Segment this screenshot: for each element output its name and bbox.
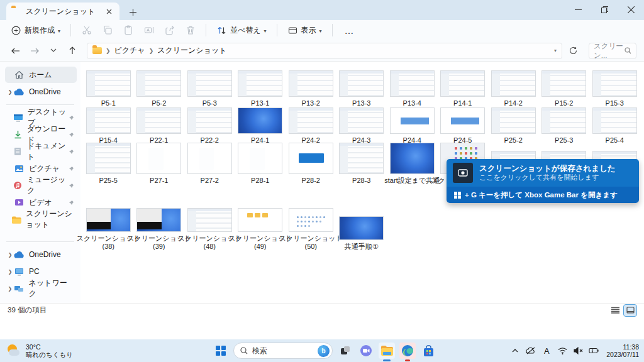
file-item[interactable]: P25-3: [539, 107, 590, 145]
breadcrumb-pictures[interactable]: ピクチャ: [114, 45, 145, 56]
taskbar-clock[interactable]: 11:38 2023/07/11: [602, 343, 639, 359]
file-item[interactable]: 共通手順①: [336, 208, 387, 250]
file-item[interactable]: P14-2: [488, 70, 539, 107]
sidebar-item-ドキュメント[interactable]: ドキュメント: [5, 143, 77, 160]
file-item[interactable]: P15-2: [539, 70, 590, 107]
sidebar-item-ネットワーク[interactable]: ❯ネットワーク: [5, 280, 77, 297]
file-item[interactable]: スクリーンショット(38): [83, 208, 134, 250]
forward-button[interactable]: [26, 43, 43, 59]
file-item[interactable]: P13-1: [235, 70, 286, 107]
back-button[interactable]: [8, 43, 24, 59]
file-item[interactable]: P25-2: [488, 107, 539, 145]
up-button[interactable]: [64, 43, 80, 59]
file-item[interactable]: P25-5: [83, 143, 134, 185]
sidebar-item-label: OneDrive: [29, 87, 61, 96]
new-tab-button[interactable]: [125, 4, 141, 20]
file-item[interactable]: P24-1: [235, 107, 286, 145]
battery-icon[interactable]: [587, 343, 601, 358]
delete-button[interactable]: [180, 23, 200, 38]
view-button[interactable]: 表示 ▾: [283, 23, 326, 38]
file-item[interactable]: P22-2: [184, 107, 235, 145]
expand-chevron-icon[interactable]: ❯: [6, 89, 14, 95]
file-thumbnail: [339, 143, 384, 174]
hidden-icons-chevron[interactable]: [508, 343, 522, 358]
sidebar-item-スクリーンショット[interactable]: スクリーンショット: [5, 211, 77, 228]
file-item[interactable]: P28-1: [235, 143, 286, 185]
file-item[interactable]: スクリーンショット(50): [286, 208, 336, 250]
taskbar: 30°C 晴れのちくもり 検索 b: [0, 339, 644, 362]
copy-button[interactable]: [97, 23, 117, 38]
breadcrumb-screenshots[interactable]: スクリーンショット: [157, 45, 226, 56]
sidebar-item-label: PC: [29, 267, 40, 276]
file-item[interactable]: スクリーンショット(48): [184, 208, 235, 250]
tab-close-icon[interactable]: [103, 6, 114, 17]
file-item[interactable]: P24-5: [438, 107, 489, 145]
sidebar-item-label: OneDrive: [29, 250, 61, 259]
file-item[interactable]: P5-1: [83, 70, 134, 107]
breadcrumb[interactable]: ❯ ピクチャ ❯ スクリーンショット ▾: [87, 43, 562, 59]
cut-button[interactable]: [77, 23, 96, 38]
wifi-icon[interactable]: [555, 343, 569, 358]
close-button[interactable]: [618, 0, 644, 19]
file-item[interactable]: P24-4: [387, 107, 438, 145]
file-item[interactable]: P13-2: [286, 70, 336, 107]
explorer-tab[interactable]: スクリーンショット: [6, 3, 119, 20]
sort-button[interactable]: 並べ替え ▾: [212, 23, 271, 38]
file-item[interactable]: P22-1: [134, 107, 185, 145]
rename-button[interactable]: [139, 23, 158, 38]
store-button[interactable]: [420, 343, 436, 359]
file-item[interactable]: スクリーンショット(49): [235, 208, 286, 250]
sidebar-item-OneDrive[interactable]: ❯OneDrive: [5, 84, 77, 100]
expand-chevron-icon[interactable]: ❯: [6, 252, 14, 258]
gamebar-toast[interactable]: スクリーンショットが保存されました ここをクリックして共有を開始します + G …: [447, 159, 639, 203]
edge-button[interactable]: [399, 343, 416, 359]
chat-button[interactable]: [358, 343, 374, 359]
sidebar-item-OneDrive[interactable]: ❯OneDrive: [5, 246, 77, 263]
file-label: P15-3: [606, 99, 624, 107]
expand-chevron-icon[interactable]: ❯: [6, 286, 14, 292]
toast-footer[interactable]: + G キーを押して Xbox Game Bar を開きます: [447, 187, 639, 203]
minimize-button[interactable]: [565, 0, 591, 19]
paste-button[interactable]: [118, 23, 138, 38]
address-dropdown-icon[interactable]: ▾: [554, 48, 557, 53]
restore-button[interactable]: [591, 0, 618, 19]
file-item[interactable]: P15-3: [589, 70, 640, 107]
file-item[interactable]: P27-1: [134, 143, 185, 185]
file-item[interactable]: P28-3: [336, 143, 387, 185]
sidebar-item-ミュージック[interactable]: ミュージック: [5, 177, 77, 194]
file-item[interactable]: P24-3: [336, 107, 387, 145]
file-item[interactable]: P5-2: [134, 70, 185, 107]
refresh-button[interactable]: [565, 43, 581, 59]
ime-mode-a[interactable]: A: [540, 343, 553, 358]
file-item[interactable]: P15-4: [83, 107, 134, 145]
file-item[interactable]: P14-1: [438, 70, 489, 107]
onedrive-paused-icon[interactable]: [524, 343, 538, 358]
search-input[interactable]: スクリーン...: [589, 43, 636, 59]
file-explorer-button[interactable]: [379, 343, 395, 359]
volume-muted-icon[interactable]: [571, 343, 585, 358]
list-view-button[interactable]: [609, 305, 621, 316]
file-item[interactable]: P13-3: [336, 70, 387, 107]
file-thumbnail: [440, 70, 485, 97]
file-item[interactable]: P24-2: [286, 107, 336, 145]
recent-locations-button[interactable]: [45, 43, 62, 59]
more-button[interactable]: …: [338, 25, 361, 36]
taskbar-search[interactable]: 検索 b: [233, 343, 333, 359]
file-item[interactable]: スクリーンショット(39): [134, 208, 185, 250]
search-icon: [625, 47, 631, 54]
file-item[interactable]: P25-4: [589, 107, 640, 145]
chevron-down-icon: ▾: [264, 28, 267, 34]
sidebar-item-ホーム[interactable]: ホーム: [5, 67, 77, 83]
file-item[interactable]: P28-2: [286, 143, 336, 185]
new-button[interactable]: 新規作成 ▾: [6, 23, 65, 38]
expand-chevron-icon[interactable]: ❯: [6, 269, 14, 275]
task-view-button[interactable]: [337, 343, 353, 359]
file-item[interactable]: P27-2: [184, 143, 235, 185]
weather-widget[interactable]: 30°C 晴れのちくもり: [0, 343, 126, 358]
file-item[interactable]: P13-4: [387, 70, 438, 107]
file-item[interactable]: P5-3: [184, 70, 235, 107]
file-item[interactable]: start設定まで共通: [387, 143, 438, 185]
share-button[interactable]: [160, 23, 179, 38]
thumbnail-view-button[interactable]: [624, 305, 636, 316]
start-button[interactable]: [213, 343, 229, 359]
